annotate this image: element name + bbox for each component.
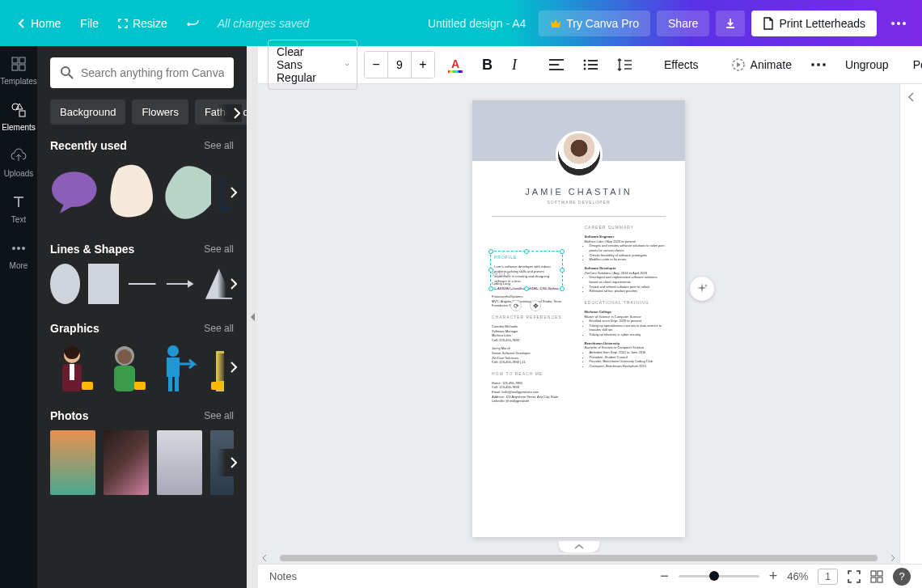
- lines-scroll-right[interactable]: [218, 270, 239, 298]
- selected-text-box[interactable]: PROFILE I am a software developer with r…: [490, 251, 563, 290]
- graphics-scroll-right[interactable]: [218, 353, 239, 381]
- svg-point-20: [117, 349, 132, 364]
- download-button[interactable]: [716, 11, 745, 36]
- position-button[interactable]: Position: [907, 53, 922, 76]
- reach-title[interactable]: HOW TO REACH ME: [492, 371, 573, 376]
- print-button[interactable]: Print Letterheads: [751, 11, 877, 36]
- bold-button[interactable]: B: [476, 52, 499, 78]
- svg-rect-6: [19, 65, 25, 70]
- thumb-speech-bubble[interactable]: [50, 160, 99, 225]
- size-minus[interactable]: −: [365, 52, 387, 78]
- lines-seeall[interactable]: See all: [204, 243, 234, 255]
- graphic-figure[interactable]: [155, 343, 200, 391]
- search-box[interactable]: [50, 57, 234, 88]
- templates-icon: [11, 56, 27, 72]
- photo-2[interactable]: [104, 430, 149, 495]
- grid-view-icon[interactable]: [870, 570, 883, 583]
- zoom-label[interactable]: 46%: [787, 570, 808, 582]
- elements-panel: Background Flowers Fathers day Na Recent…: [37, 46, 247, 588]
- list-button[interactable]: [577, 54, 604, 75]
- svg-point-1: [897, 22, 900, 25]
- canvas-scroll[interactable]: JAMIE CHASTAIN SOFTWARE DEVELOPER PROFIL…: [258, 84, 899, 552]
- graphic-man[interactable]: [50, 343, 95, 391]
- svg-rect-21: [114, 366, 135, 391]
- rail-text[interactable]: Text: [9, 192, 28, 224]
- fullscreen-icon[interactable]: [848, 570, 861, 583]
- chevron-right-icon: [234, 108, 240, 119]
- chip-flowers[interactable]: Flowers: [132, 99, 188, 125]
- h-scroll-thumb[interactable]: [280, 555, 877, 561]
- chip-background[interactable]: Background: [50, 99, 125, 125]
- rail-elements[interactable]: Elements: [2, 100, 36, 132]
- size-plus[interactable]: +: [412, 52, 434, 78]
- recent-scroll-right[interactable]: [218, 179, 239, 206]
- chip-scroll-right[interactable]: [218, 104, 242, 122]
- resize-button[interactable]: Resize: [108, 11, 177, 36]
- avatar[interactable]: [556, 131, 603, 178]
- document-title[interactable]: Untitled design - A4: [428, 17, 526, 30]
- size-input[interactable]: [387, 52, 412, 78]
- zoom-in[interactable]: +: [769, 568, 778, 585]
- help-button[interactable]: ?: [893, 568, 911, 586]
- page-1[interactable]: JAMIE CHASTAIN SOFTWARE DEVELOPER PROFIL…: [472, 100, 685, 537]
- shape-line[interactable]: [127, 264, 157, 304]
- chevron-left-icon[interactable]: [907, 92, 916, 102]
- photos-seeall[interactable]: See all: [204, 410, 234, 421]
- photo-3[interactable]: [157, 430, 202, 495]
- animate-button[interactable]: Animate: [725, 53, 798, 77]
- panel-collapse[interactable]: [247, 46, 258, 588]
- photos-scroll-right[interactable]: [218, 449, 239, 476]
- shape-arrow[interactable]: [165, 264, 195, 304]
- undo-button[interactable]: [177, 11, 209, 36]
- font-selector[interactable]: Clear Sans Regular: [268, 40, 357, 90]
- zoom-out[interactable]: −: [660, 568, 669, 585]
- page-count[interactable]: 1: [818, 569, 838, 585]
- move-handle[interactable]: ✥: [530, 300, 541, 311]
- chevron-right-icon: [230, 187, 237, 198]
- shape-square[interactable]: [88, 264, 118, 304]
- svg-rect-23: [167, 357, 180, 377]
- resume-subtitle[interactable]: SOFTWARE DEVELOPER: [472, 200, 685, 205]
- notes-button[interactable]: Notes: [269, 570, 297, 582]
- dots-icon: [891, 22, 906, 25]
- photos-title: Photos: [50, 409, 88, 422]
- search-input[interactable]: [81, 66, 224, 79]
- refs-title[interactable]: CHARACTER REFERENCES: [492, 315, 573, 319]
- svg-rect-40: [871, 571, 876, 576]
- edu-title[interactable]: EDUCATIONAL TRAINING: [585, 300, 666, 305]
- photo-1[interactable]: [50, 430, 95, 495]
- spacing-button[interactable]: [611, 53, 638, 76]
- effects-button[interactable]: Effects: [658, 53, 705, 76]
- ungroup-button[interactable]: Ungroup: [839, 53, 895, 76]
- page-actions[interactable]: [690, 277, 714, 301]
- premium-badge: [211, 382, 222, 390]
- share-button[interactable]: Share: [657, 11, 709, 36]
- graphic-woman[interactable]: [103, 343, 147, 391]
- recent-seeall[interactable]: See all: [204, 140, 234, 151]
- svg-point-28: [584, 64, 586, 66]
- h-scrollbar[interactable]: [258, 552, 899, 564]
- home-button[interactable]: Home: [8, 11, 70, 36]
- profile-title: PROFILE: [494, 255, 517, 260]
- more-menu[interactable]: [883, 15, 914, 32]
- premium-badge: [134, 382, 146, 390]
- page-expand-tab[interactable]: [559, 541, 599, 552]
- rotate-handle[interactable]: ⟳: [510, 300, 522, 311]
- toolbar-more[interactable]: [805, 58, 832, 71]
- zoom-slider[interactable]: [679, 575, 759, 577]
- resume-name[interactable]: JAMIE CHASTAIN: [472, 187, 685, 197]
- rail-templates[interactable]: Templates: [0, 54, 37, 86]
- thumb-blob-mint[interactable]: [163, 160, 211, 225]
- career-title[interactable]: CAREER SUMMARY: [585, 225, 666, 230]
- file-menu[interactable]: File: [70, 11, 108, 36]
- svg-point-10: [17, 247, 20, 250]
- rail-more[interactable]: More: [9, 239, 28, 270]
- graphics-seeall[interactable]: See all: [204, 323, 234, 334]
- text-color-button[interactable]: A: [442, 53, 469, 78]
- shape-circle[interactable]: [50, 264, 80, 304]
- rail-uploads[interactable]: Uploads: [4, 146, 34, 178]
- align-button[interactable]: [543, 54, 570, 75]
- thumb-blob-cream[interactable]: [107, 160, 155, 225]
- try-pro-button[interactable]: Try Canva Pro: [539, 11, 650, 36]
- italic-button[interactable]: I: [505, 52, 523, 78]
